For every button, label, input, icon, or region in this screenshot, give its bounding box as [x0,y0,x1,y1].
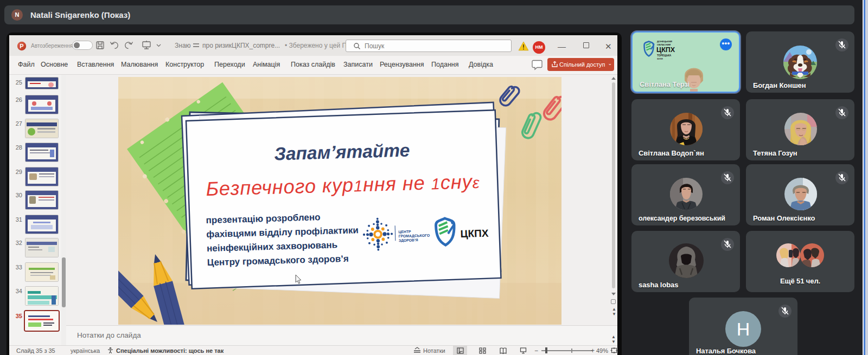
svg-text:Запам’ятайте: Запам’ятайте [274,140,410,164]
svg-text:ЦКПХ: ЦКПХ [460,228,489,240]
svg-text:ЦКПХ: ЦКПХ [656,46,675,54]
svg-text:ОБЛАСНИЙ: ОБЛАСНИЙ [657,43,671,46]
svg-text:ДОНЕЦЬКИЙ: ДОНЕЦЬКИЙ [657,40,672,43]
svg-text:ФІЛІЯ: ФІЛІЯ [657,58,663,60]
svg-text:P: P [20,43,23,49]
svg-text:ТОРЕЦЬКА: ТОРЕЦЬКА [657,54,672,57]
